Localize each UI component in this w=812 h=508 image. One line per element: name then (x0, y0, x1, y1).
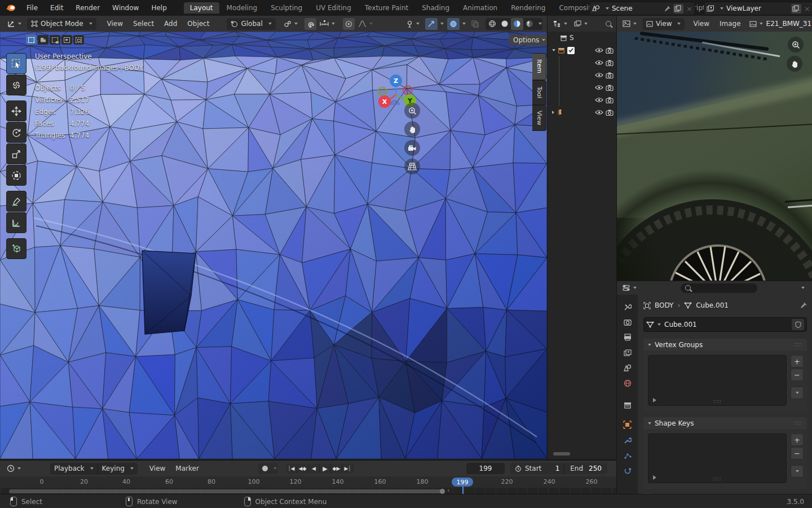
tool-measure[interactable] (6, 212, 27, 233)
outliner-search-icon[interactable] (606, 21, 611, 27)
mode-dropdown[interactable]: Object Mode (27, 18, 96, 30)
tab-world[interactable] (617, 375, 638, 391)
shape-keys-header[interactable]: Shape Keys :::: (643, 417, 807, 429)
collapsed-arrow-icon[interactable] (552, 111, 554, 114)
collection-checkbox[interactable] (567, 47, 575, 54)
select-mode-subtract-button[interactable] (50, 35, 60, 45)
panel-grip[interactable]: :::: (794, 343, 802, 346)
tab-view-layer[interactable] (617, 345, 638, 360)
tab-object[interactable] (617, 417, 638, 432)
workspace-tab-modeling[interactable]: Modeling (220, 2, 264, 14)
vertex-groups-header[interactable]: Vertex Groups :::: (643, 339, 807, 351)
editor-type-outliner[interactable] (550, 19, 571, 28)
previous-keyframe-button[interactable]: ◀◆ (297, 463, 308, 474)
new-view-layer-button[interactable] (791, 4, 801, 14)
tool-annotate[interactable] (6, 191, 27, 212)
breadcrumb-object[interactable]: BODY (655, 301, 673, 309)
tool-scale[interactable] (6, 143, 27, 164)
image-zoom-button[interactable] (788, 37, 804, 52)
playhead-frame-badge[interactable]: 199 (452, 478, 473, 487)
new-scene-button[interactable] (673, 4, 683, 14)
hide-eye-icon[interactable] (595, 60, 603, 65)
workspace-tab-uv-editing[interactable]: UV Editing (310, 2, 358, 14)
start-frame-field[interactable]: Start 1 (510, 463, 564, 474)
options-button[interactable]: Options (509, 34, 547, 45)
select-mode-set-button[interactable] (26, 35, 37, 45)
editor-type-3d-viewport[interactable] (3, 19, 25, 29)
scrollbar-handle[interactable] (440, 489, 445, 494)
current-frame-field[interactable]: 199 (466, 463, 505, 474)
list-filter-arrow-icon[interactable] (653, 398, 656, 402)
remove-view-layer-button[interactable]: × (804, 5, 810, 13)
menu-window[interactable]: Window (106, 4, 145, 12)
outliner-row-object[interactable] (548, 56, 617, 69)
vertex-groups-list[interactable]: :::: (648, 355, 787, 406)
select-mode-extend-button[interactable] (38, 35, 48, 45)
zoom-button[interactable] (404, 103, 420, 119)
pin-icon[interactable] (664, 6, 670, 12)
overlays-toggle[interactable] (447, 18, 460, 30)
pin-icon[interactable] (800, 302, 807, 309)
next-keyframe-button[interactable]: ◆▶ (331, 463, 342, 474)
vertex-group-specials-button[interactable] (791, 387, 804, 399)
timeline-menu-marker[interactable]: Marker (170, 465, 204, 472)
xray-toggle[interactable] (469, 18, 481, 30)
tab-output[interactable] (617, 330, 638, 345)
tab-modifiers[interactable] (617, 432, 638, 448)
outliner-row-scene-collection[interactable]: S (548, 32, 617, 44)
viewport-menu-add[interactable]: Add (159, 20, 182, 28)
viewport-menu-object[interactable]: Object (182, 20, 214, 28)
outliner[interactable]: S (547, 32, 617, 459)
menu-edit[interactable]: Edit (44, 4, 69, 12)
keying-dropdown[interactable]: Keying (98, 463, 138, 475)
outliner-display-mode[interactable] (571, 19, 591, 28)
editor-type-image[interactable] (619, 19, 640, 28)
menu-render[interactable]: Render (69, 4, 106, 12)
select-mode-difference-button[interactable] (61, 35, 72, 45)
workspace-tab-sculpting[interactable]: Sculpting (264, 2, 308, 14)
workspace-tab-texture-paint[interactable]: Texture Paint (359, 2, 414, 14)
proportional-editing-toggle[interactable] (343, 18, 355, 30)
tool-rotate[interactable] (6, 122, 27, 143)
gizmos-toggle[interactable] (425, 18, 438, 30)
pivot-point-dropdown[interactable] (280, 19, 301, 29)
workspace-tab-animation[interactable]: Animation (457, 2, 504, 14)
blender-logo-icon[interactable] (6, 4, 16, 12)
disable-render-camera-icon[interactable] (606, 110, 614, 116)
workspace-tab-shading[interactable]: Shading (416, 2, 456, 14)
workspace-tab-layout[interactable]: Layout (184, 2, 219, 14)
snap-settings-dropdown[interactable] (316, 19, 338, 28)
image-display-dropdown[interactable]: View (642, 18, 685, 30)
image-name[interactable]: E21_BMW_316.jp (766, 20, 811, 28)
image-menu-image[interactable]: Image (714, 20, 746, 28)
sidebar-tab-item[interactable]: Item (532, 53, 546, 80)
image-canvas[interactable] (616, 32, 812, 281)
sidebar-tab-tool[interactable]: Tool (532, 80, 546, 105)
editor-type-properties[interactable] (619, 283, 640, 292)
outliner-row-object[interactable] (548, 69, 617, 81)
scene-name[interactable]: Scene (612, 5, 661, 12)
toggle-perspective-button[interactable] (404, 159, 420, 174)
timeline-scrollbar[interactable] (9, 489, 443, 493)
outliner-row-object[interactable] (548, 94, 617, 106)
mesh-name-value[interactable]: Cube.001 (664, 321, 788, 329)
panel-grip[interactable]: :::: (794, 422, 802, 424)
outliner-scrollbar[interactable] (553, 452, 570, 456)
image-browse-dropdown[interactable] (746, 20, 766, 28)
menu-help[interactable]: Help (145, 4, 173, 12)
view-layer-name[interactable]: ViewLayer (726, 5, 788, 12)
pan-button[interactable] (404, 121, 420, 137)
tool-add-cube[interactable] (6, 238, 27, 259)
hide-eye-icon[interactable] (595, 97, 603, 103)
shading-solid-button[interactable] (498, 18, 511, 30)
outliner-row-object[interactable] (548, 81, 617, 94)
gizmo-z-axis[interactable]: Z (390, 75, 402, 87)
list-resize-grip[interactable]: :::: (713, 400, 722, 403)
disable-render-camera-icon[interactable] (606, 60, 614, 66)
tab-particles[interactable] (617, 448, 638, 463)
disable-render-camera-icon[interactable] (606, 97, 614, 103)
show-gizmo-dropdown[interactable] (403, 19, 423, 29)
navigation-gizmo[interactable]: Z X Y (369, 51, 423, 105)
tab-tool[interactable] (617, 299, 638, 314)
shape-keys-list[interactable]: :::: (648, 433, 787, 483)
